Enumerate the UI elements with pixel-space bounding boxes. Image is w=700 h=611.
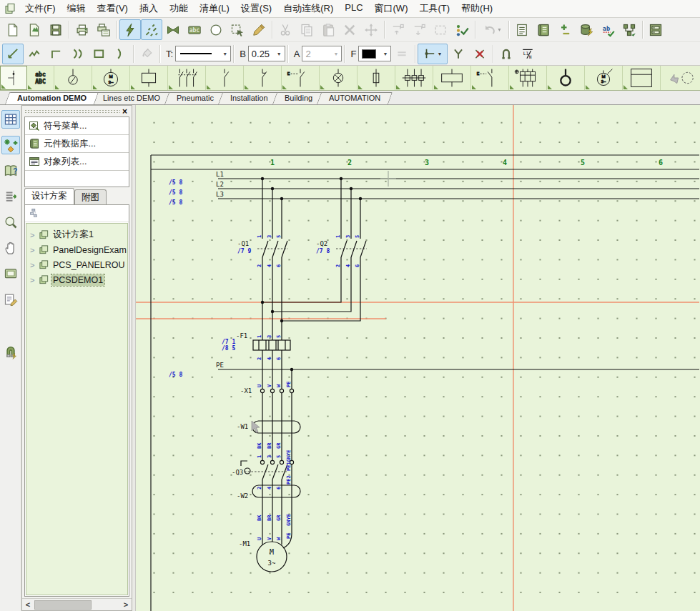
chevron-down-icon[interactable]: ▼ bbox=[274, 51, 285, 56]
plc-symbol[interactable] bbox=[509, 66, 547, 90]
lamp-symbol[interactable] bbox=[320, 66, 358, 90]
electrical-mode-button[interactable] bbox=[119, 19, 141, 40]
component-database-button[interactable]: 元件数据库... bbox=[25, 135, 129, 153]
switch-e-symbol[interactable]: E bbox=[471, 66, 509, 90]
menu-item-7[interactable]: 自动连线(R) bbox=[277, 0, 339, 17]
grip-dots[interactable] bbox=[24, 109, 120, 114]
spell-check-button[interactable]: ab bbox=[597, 19, 618, 40]
limit-switch-symbol[interactable]: E bbox=[282, 66, 320, 90]
staple-button[interactable] bbox=[496, 44, 517, 64]
panel-tab-0[interactable]: 设计方案 bbox=[24, 188, 74, 204]
tree-item-2[interactable]: >PCS_PANELROU bbox=[26, 257, 127, 272]
fuse-symbol[interactable] bbox=[358, 66, 395, 90]
text-symbol[interactable]: abcABC bbox=[27, 66, 54, 90]
tree-item-3[interactable]: >PCSDEMO1 bbox=[26, 272, 127, 287]
parallel-lines-button[interactable] bbox=[391, 44, 413, 64]
fill-tool-button[interactable] bbox=[136, 44, 157, 64]
relay-symbol[interactable] bbox=[433, 66, 471, 90]
chevron-down-icon[interactable]: ▼ bbox=[220, 51, 230, 56]
symbol-generator-button[interactable] bbox=[1, 136, 20, 154]
terminal-symbol[interactable] bbox=[0, 66, 27, 90]
component-database-button[interactable] bbox=[533, 19, 554, 40]
mounting-box-symbol[interactable] bbox=[623, 66, 661, 90]
terminal-row-symbol[interactable] bbox=[395, 66, 433, 90]
goto-reference-button[interactable] bbox=[387, 19, 408, 40]
move-button[interactable] bbox=[360, 19, 382, 40]
pan-button[interactable] bbox=[1, 239, 20, 257]
arc-tool-button[interactable] bbox=[109, 44, 131, 64]
chevron-down-icon[interactable]: ▼ bbox=[330, 51, 341, 56]
goto-reference-back-button[interactable] bbox=[408, 19, 430, 40]
area-select[interactable]: 2▼ bbox=[302, 46, 342, 61]
open-project-button[interactable] bbox=[24, 19, 45, 40]
menu-item-1[interactable]: 编辑 bbox=[61, 0, 92, 17]
signal-symbol[interactable] bbox=[54, 66, 92, 90]
dropdown-arrow-icon[interactable]: ▼ bbox=[497, 27, 502, 32]
expander-icon[interactable]: > bbox=[30, 276, 36, 284]
corner-tool-button[interactable] bbox=[45, 44, 66, 64]
expander-icon[interactable]: > bbox=[30, 231, 36, 239]
line-width-select[interactable]: 0.25▼ bbox=[248, 46, 285, 61]
tree-item-label[interactable]: PCSDEMO1 bbox=[51, 274, 104, 286]
sheet-tab-2[interactable]: Pneumatic bbox=[164, 92, 226, 104]
polyline-tool-button[interactable] bbox=[24, 44, 45, 64]
dropdown-arrow-icon[interactable]: ▼ bbox=[437, 51, 442, 56]
menu-item-9[interactable]: 窗口(W) bbox=[369, 0, 414, 17]
update-from-database-button[interactable] bbox=[576, 19, 597, 40]
menu-item-5[interactable]: 清单(L) bbox=[194, 0, 235, 17]
sheet-tab-0[interactable]: Automation DEMO bbox=[5, 92, 99, 104]
curve-tool-button[interactable] bbox=[66, 44, 88, 64]
rectangle-tool-button[interactable] bbox=[88, 44, 109, 64]
sheet-tab-3[interactable]: Installation bbox=[218, 92, 280, 104]
close-icon[interactable]: × bbox=[120, 108, 129, 115]
junction-y-button[interactable] bbox=[448, 44, 469, 64]
menu-item-6[interactable]: 设置(S) bbox=[235, 0, 277, 17]
page-edit-button[interactable] bbox=[1, 290, 20, 309]
tree-item-label[interactable]: 设计方案1 bbox=[51, 228, 95, 242]
cut-button[interactable] bbox=[275, 19, 296, 40]
schematic-page[interactable]: 1 2 3 4 5 6 bbox=[136, 105, 700, 611]
scroll-right-icon[interactable]: > bbox=[120, 600, 132, 609]
menu-item-0[interactable]: 文件(F) bbox=[19, 0, 61, 17]
panel-layout-button[interactable] bbox=[645, 19, 666, 40]
panel-hscrollbar[interactable]: < > bbox=[22, 598, 132, 610]
fill-color-select[interactable]: ▼ bbox=[358, 46, 391, 61]
object-list-button[interactable]: 对象列表... bbox=[25, 153, 129, 171]
table-view-button[interactable] bbox=[1, 110, 20, 129]
menu-item-2[interactable]: 查看(V) bbox=[92, 0, 134, 17]
object-lister-button[interactable] bbox=[1, 187, 20, 206]
menu-item-3[interactable]: 插入 bbox=[134, 0, 164, 17]
menu-item-10[interactable]: 工具(T) bbox=[413, 0, 455, 17]
delete-button[interactable] bbox=[339, 19, 360, 40]
contact-symbol[interactable] bbox=[206, 66, 244, 90]
print-button[interactable] bbox=[72, 19, 93, 40]
symbol-menu-button[interactable]: 符号菜单... bbox=[25, 117, 129, 135]
panel-tab-1[interactable]: 附图 bbox=[74, 189, 107, 204]
save-project-button[interactable] bbox=[45, 19, 66, 40]
zoom-button[interactable] bbox=[1, 213, 20, 232]
junction-t-button[interactable]: ▼ bbox=[418, 44, 448, 64]
add-remove-component-button[interactable] bbox=[554, 19, 576, 40]
menu-item-4[interactable]: 功能 bbox=[164, 0, 194, 17]
earth-symbol[interactable] bbox=[547, 66, 585, 90]
contact-3pole-symbol[interactable] bbox=[168, 66, 206, 90]
tree-item-0[interactable]: >设计方案1 bbox=[26, 227, 127, 242]
area-mode-button[interactable] bbox=[227, 19, 248, 40]
hierarchy-icon[interactable] bbox=[29, 208, 39, 219]
chevron-down-icon[interactable]: ▼ bbox=[380, 51, 390, 56]
text-mode-button[interactable]: abc bbox=[184, 19, 205, 40]
page-list-button[interactable] bbox=[511, 19, 533, 40]
net-navigator-button[interactable] bbox=[618, 19, 640, 40]
new-page-button[interactable] bbox=[2, 19, 24, 40]
tree-item-1[interactable]: >PanelDesignExam bbox=[26, 242, 127, 257]
expander-icon[interactable]: > bbox=[30, 246, 36, 254]
undo-button[interactable]: ▼ bbox=[478, 19, 506, 40]
line-tool-button[interactable] bbox=[2, 44, 24, 64]
motor-symbol[interactable]: M3~ bbox=[92, 66, 130, 90]
object-filter-button[interactable] bbox=[451, 19, 473, 40]
sheet-tab-5[interactable]: AUTOMATION bbox=[317, 92, 393, 104]
recent-symbol[interactable] bbox=[661, 66, 700, 90]
contact-nc-symbol[interactable] bbox=[244, 66, 282, 90]
snap-magnet-button[interactable] bbox=[1, 343, 20, 362]
sheet-tab-1[interactable]: Lines etc DEMO bbox=[91, 92, 172, 104]
